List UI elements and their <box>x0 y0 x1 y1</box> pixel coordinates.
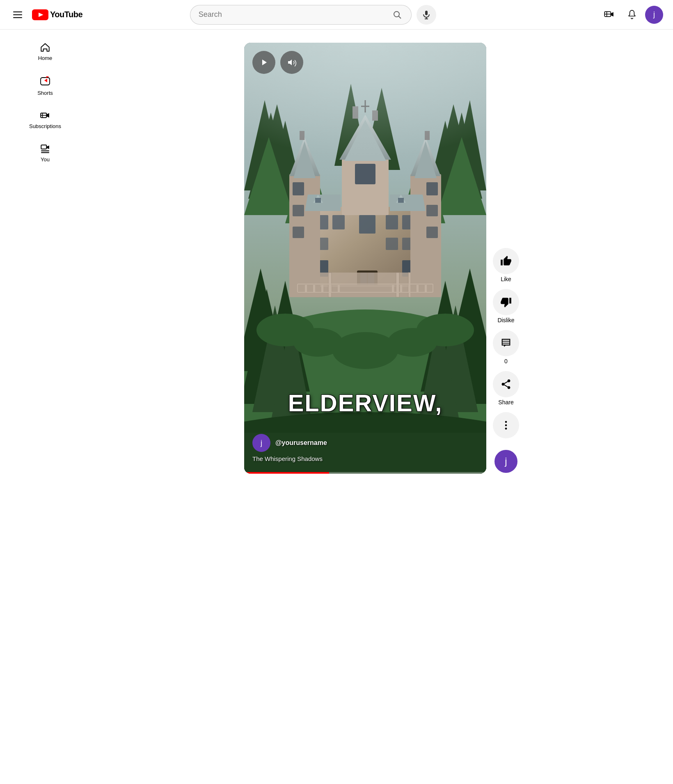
menu-button[interactable] <box>10 8 25 21</box>
search-icon <box>392 10 402 20</box>
action-user-avatar[interactable]: j <box>493 448 519 475</box>
sidebar-item-home[interactable]: Home <box>3 35 87 68</box>
svg-rect-41 <box>386 238 398 250</box>
you-label: You <box>41 156 50 163</box>
svg-rect-88 <box>330 285 332 292</box>
video-bottom-info: j @yourusername The Whispering Shadows <box>252 434 327 462</box>
svg-rect-15 <box>41 145 46 149</box>
microphone-button[interactable] <box>417 5 436 25</box>
sidebar-item-subscriptions[interactable]: Subscriptions <box>3 103 87 136</box>
svg-point-120 <box>505 424 507 426</box>
video-channel: j @yourusername <box>252 434 327 452</box>
create-icon <box>604 9 614 20</box>
svg-rect-36 <box>332 215 345 229</box>
play-icon <box>259 57 269 67</box>
svg-rect-91 <box>400 285 402 292</box>
share-label: Share <box>498 399 513 406</box>
svg-point-112 <box>332 332 398 369</box>
notifications-button[interactable] <box>622 5 642 25</box>
channel-handle: @yourusername <box>275 439 327 447</box>
svg-rect-82 <box>315 198 321 203</box>
create-button[interactable] <box>599 5 619 25</box>
hamburger-line-2 <box>13 14 22 15</box>
share-group: Share <box>493 371 519 406</box>
svg-rect-87 <box>321 285 323 292</box>
video-controls-top <box>252 51 303 74</box>
more-group <box>493 412 519 438</box>
home-icon <box>40 42 50 53</box>
header-left: YouTube <box>10 8 100 21</box>
svg-rect-59 <box>293 227 304 238</box>
comment-icon <box>500 337 512 349</box>
sidebar-item-you[interactable]: You <box>3 137 87 169</box>
main-content: ELDERVIEW, j @yourusername The Whisperin… <box>90 30 673 488</box>
like-label: Like <box>501 276 511 282</box>
svg-rect-93 <box>417 285 419 292</box>
svg-line-3 <box>399 16 401 18</box>
sidebar-item-shorts[interactable]: Shorts <box>3 69 87 103</box>
bell-icon <box>627 9 637 20</box>
dislike-group: Dislike <box>493 289 519 323</box>
comment-group: 0 <box>493 330 519 364</box>
svg-rect-65 <box>426 227 438 238</box>
subscriptions-icon <box>40 110 50 121</box>
header-center <box>174 5 453 25</box>
svg-rect-37 <box>359 215 375 234</box>
comment-count: 0 <box>504 358 508 364</box>
like-group: Like <box>493 248 519 282</box>
share-button[interactable] <box>493 371 519 397</box>
svg-rect-92 <box>408 285 410 292</box>
search-input[interactable] <box>190 5 384 25</box>
subscriptions-label: Subscriptions <box>29 123 61 129</box>
video-progress-bar[interactable] <box>244 472 486 474</box>
svg-rect-53 <box>396 273 399 297</box>
action-buttons: Like Dislike <box>493 43 519 475</box>
comment-button[interactable] <box>493 330 519 356</box>
microphone-icon <box>421 10 431 20</box>
dislike-label: Dislike <box>497 317 514 323</box>
svg-rect-89 <box>338 285 340 292</box>
youtube-logo[interactable]: YouTube <box>32 9 82 21</box>
thumbs-down-icon <box>500 296 512 308</box>
you-icon <box>40 143 50 154</box>
video-main-title: ELDERVIEW, <box>244 390 486 416</box>
shorts-icon <box>39 75 51 87</box>
dislike-button[interactable] <box>493 289 519 315</box>
svg-rect-58 <box>293 205 304 216</box>
svg-marker-79 <box>390 195 426 211</box>
svg-point-2 <box>394 11 399 17</box>
header: YouTube <box>0 0 673 30</box>
svg-rect-4 <box>425 11 428 15</box>
hamburger-line-3 <box>13 17 22 18</box>
thumbs-up-icon <box>500 255 512 267</box>
header-user-avatar[interactable]: j <box>645 6 663 24</box>
play-button[interactable] <box>252 51 275 74</box>
like-button[interactable] <box>493 248 519 274</box>
channel-avatar[interactable]: j <box>252 434 270 452</box>
svg-marker-114 <box>262 60 267 65</box>
svg-marker-115 <box>288 60 292 65</box>
youtube-logo-text: YouTube <box>50 10 82 19</box>
video-description: The Whispering Shadows <box>252 455 327 462</box>
more-icon <box>500 420 512 431</box>
volume-button[interactable] <box>280 51 303 74</box>
shorts-label: Shorts <box>37 90 53 96</box>
home-label: Home <box>38 55 53 61</box>
video-player[interactable]: ELDERVIEW, j @yourusername The Whisperin… <box>244 43 486 474</box>
video-progress-fill <box>244 472 329 474</box>
svg-rect-64 <box>426 205 438 216</box>
header-right: j <box>599 5 663 25</box>
svg-rect-94 <box>425 285 427 292</box>
more-button[interactable] <box>493 412 519 438</box>
svg-rect-83 <box>398 198 404 203</box>
svg-rect-85 <box>305 285 307 292</box>
share-icon <box>500 378 512 390</box>
svg-rect-90 <box>392 285 394 292</box>
video-title-overlay: ELDERVIEW, <box>244 390 486 416</box>
search-form <box>190 5 412 25</box>
svg-point-119 <box>505 421 507 423</box>
search-button[interactable] <box>384 5 412 25</box>
svg-point-121 <box>505 428 507 430</box>
hamburger-line-1 <box>13 11 22 12</box>
youtube-logo-icon <box>32 9 48 21</box>
